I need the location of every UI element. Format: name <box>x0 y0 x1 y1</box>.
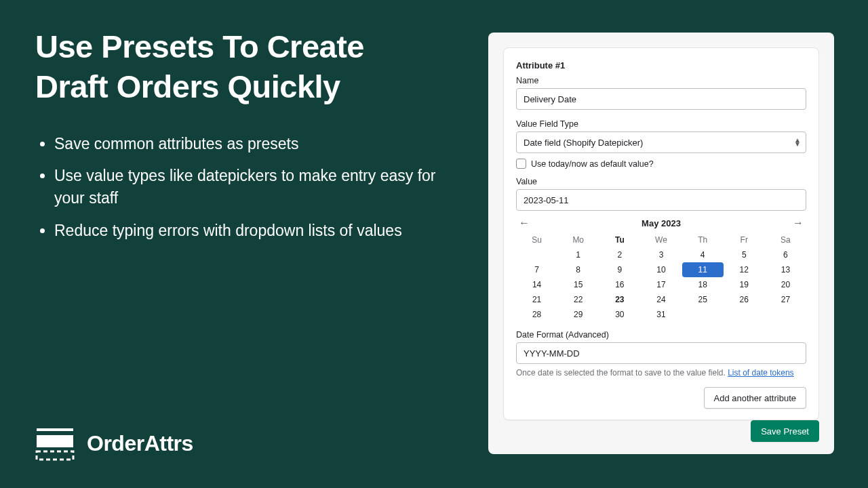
calendar-day[interactable]: 12 <box>724 262 765 277</box>
calendar-day[interactable]: 27 <box>765 292 806 307</box>
calendar-month-label: May 2023 <box>642 218 681 228</box>
calendar-day[interactable]: 11 <box>682 262 724 277</box>
calendar-day[interactable]: 15 <box>557 277 599 292</box>
calendar-day[interactable]: 9 <box>599 262 640 277</box>
format-help-text: Once date is selected the format to save… <box>516 368 728 378</box>
calendar-day[interactable]: 23 <box>599 292 640 307</box>
marketing-copy: Use Presets To Create Draft Orders Quick… <box>35 27 449 251</box>
format-help: Once date is selected the format to save… <box>516 368 806 378</box>
calendar-day[interactable]: 4 <box>682 247 724 262</box>
calendar-day[interactable]: 14 <box>516 277 557 292</box>
type-select[interactable] <box>516 131 806 153</box>
calendar-day[interactable]: 28 <box>516 307 557 322</box>
name-label: Name <box>516 76 806 85</box>
type-label: Value Field Type <box>516 119 806 129</box>
calendar-day[interactable]: 20 <box>765 277 806 292</box>
calendar-day[interactable]: 17 <box>640 277 682 292</box>
value-label: Value <box>516 177 806 186</box>
calendar-day[interactable]: 6 <box>765 247 806 262</box>
calendar-dow: Tu <box>599 232 640 247</box>
calendar-day[interactable]: 3 <box>640 247 682 262</box>
calendar-day[interactable]: 2 <box>599 247 640 262</box>
calendar-next-button[interactable]: → <box>791 216 805 230</box>
name-input[interactable] <box>516 88 806 110</box>
calendar-day[interactable]: 31 <box>640 307 682 322</box>
calendar-day[interactable]: 10 <box>640 262 682 277</box>
calendar-day[interactable]: 13 <box>765 262 806 277</box>
add-attribute-button[interactable]: Add another attribute <box>704 387 806 409</box>
calendar-day[interactable]: 19 <box>724 277 765 292</box>
headline-line-2: Draft Orders Quickly <box>35 68 340 104</box>
calendar-day[interactable]: 18 <box>682 277 724 292</box>
svg-rect-1 <box>37 435 73 447</box>
calendar-day[interactable]: 24 <box>640 292 682 307</box>
date-tokens-link[interactable]: List of date tokens <box>728 368 793 378</box>
brand-icon <box>35 426 75 461</box>
default-today-label: Use today/now as default value? <box>531 159 654 169</box>
calendar-dow: Sa <box>765 232 806 247</box>
calendar-dow: We <box>640 232 682 247</box>
headline-line-1: Use Presets To Create <box>35 28 364 64</box>
brand-name: OrderAttrs <box>87 431 193 456</box>
bullet-item: Use value types like datepickers to make… <box>54 165 449 210</box>
card-title: Attribute #1 <box>516 60 806 70</box>
calendar-day[interactable]: 8 <box>557 262 599 277</box>
calendar-day[interactable]: 30 <box>599 307 640 322</box>
checkbox-icon[interactable] <box>516 159 526 169</box>
calendar-day <box>682 307 724 322</box>
calendar-day <box>516 247 557 262</box>
calendar-dow: Th <box>682 232 724 247</box>
calendar-day[interactable]: 7 <box>516 262 557 277</box>
brand-lockup: OrderAttrs <box>35 426 193 461</box>
svg-rect-0 <box>37 428 73 431</box>
headline: Use Presets To Create Draft Orders Quick… <box>35 27 449 107</box>
calendar-day[interactable]: 16 <box>599 277 640 292</box>
calendar-dow: Su <box>516 232 557 247</box>
calendar-day[interactable]: 21 <box>516 292 557 307</box>
calendar-day[interactable]: 5 <box>724 247 765 262</box>
calendar-day <box>765 307 806 322</box>
default-today-row[interactable]: Use today/now as default value? <box>516 159 806 169</box>
attribute-card: Attribute #1 Name Value Field Type ▲▼ Us… <box>503 47 819 420</box>
format-input[interactable] <box>516 342 806 364</box>
value-input[interactable] <box>516 189 806 211</box>
calendar-prev-button[interactable]: ← <box>517 216 531 230</box>
save-preset-button[interactable]: Save Preset <box>751 420 819 442</box>
bullet-item: Save common attributes as presets <box>54 133 449 155</box>
calendar-day[interactable]: 22 <box>557 292 599 307</box>
feature-bullets: Save common attributes as presets Use va… <box>35 133 449 242</box>
format-label: Date Format (Advanced) <box>516 330 806 340</box>
calendar: ← May 2023 → SuMoTuWeThFrSa1234567891011… <box>516 214 806 322</box>
calendar-day[interactable]: 1 <box>557 247 599 262</box>
calendar-day[interactable]: 25 <box>682 292 724 307</box>
calendar-day <box>724 307 765 322</box>
preset-editor-panel: Attribute #1 Name Value Field Type ▲▼ Us… <box>488 33 834 454</box>
bullet-item: Reduce typing errors with dropdown lists… <box>54 220 449 242</box>
svg-rect-2 <box>37 451 73 460</box>
calendar-day[interactable]: 26 <box>724 292 765 307</box>
calendar-dow: Mo <box>557 232 599 247</box>
calendar-dow: Fr <box>724 232 765 247</box>
calendar-day[interactable]: 29 <box>557 307 599 322</box>
